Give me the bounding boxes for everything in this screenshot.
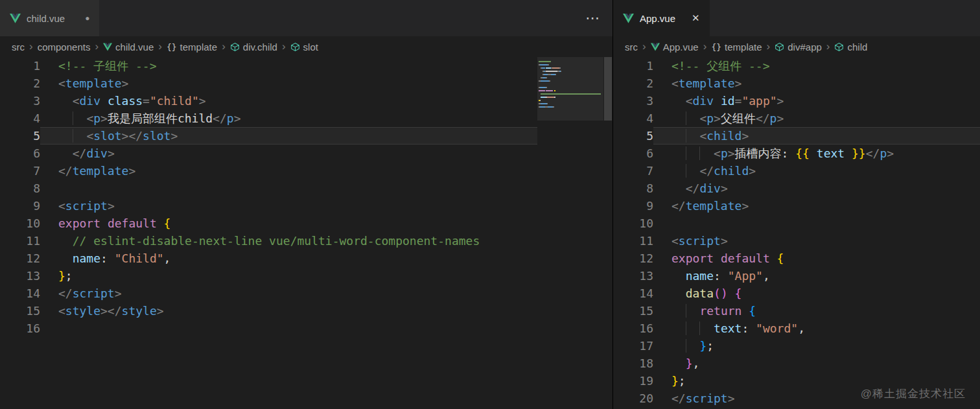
code-line[interactable]: 10 xyxy=(613,215,980,232)
editor-group-left: child.vue ● ⋯ src›components›child.vue›{… xyxy=(0,0,613,409)
code-line-content: <template> xyxy=(40,75,537,92)
code-line[interactable]: 1<!-- 子组件 --> xyxy=(0,57,537,75)
code-line[interactable]: 11 // eslint-disable-next-line vue/multi… xyxy=(0,232,537,250)
code-lines[interactable]: 1<!-- 父组件 -->2<template>3 <div id="app">… xyxy=(613,57,980,409)
element-symbol-icon xyxy=(775,42,784,52)
code-line[interactable]: 10export default { xyxy=(0,215,537,232)
scrollbar-thumb[interactable] xyxy=(604,57,612,121)
tabbar-right: App.vue ✕ xyxy=(613,0,980,36)
code-line[interactable]: 5 <child> xyxy=(613,127,980,145)
line-number: 6 xyxy=(0,145,40,162)
breadcrumb: src›components›child.vue›{}template›div.… xyxy=(0,36,612,57)
code-line[interactable]: 4 <p>父组件</p> xyxy=(613,110,980,127)
code-line-content: </template> xyxy=(653,197,980,215)
line-number: 2 xyxy=(0,75,40,92)
line-number: 12 xyxy=(0,250,40,267)
code-line[interactable]: 12export default { xyxy=(613,250,980,267)
line-number: 7 xyxy=(0,162,40,180)
tab-app-vue[interactable]: App.vue ✕ xyxy=(613,0,710,36)
watermark: @稀土掘金技术社区 xyxy=(861,386,966,401)
breadcrumb-item[interactable]: {}template xyxy=(711,41,762,53)
close-icon[interactable]: ✕ xyxy=(692,12,700,24)
line-number: 5 xyxy=(0,127,40,145)
code-line[interactable]: 7</template> xyxy=(0,162,537,180)
vue-icon xyxy=(623,14,634,23)
code-lines[interactable]: 1<!-- 子组件 -->2<template>3 <div class="ch… xyxy=(0,57,537,409)
code-line[interactable]: 6 </div> xyxy=(0,145,537,162)
code-line-content: <script> xyxy=(40,197,537,215)
line-number: 4 xyxy=(613,110,653,127)
breadcrumb-separator-icon: › xyxy=(642,41,646,52)
code-line[interactable]: 2<template> xyxy=(613,75,980,92)
code-line[interactable]: 2<template> xyxy=(0,75,537,92)
code-line[interactable]: 13}; xyxy=(0,267,537,285)
line-number: 6 xyxy=(613,145,653,162)
breadcrumb-separator-icon: › xyxy=(29,41,33,52)
breadcrumb-item[interactable]: src xyxy=(12,41,25,53)
code-line[interactable]: 4 <p>我是局部组件child</p> xyxy=(0,110,537,127)
code-line[interactable]: 5 <slot></slot> xyxy=(0,127,537,145)
code-line[interactable]: 3 <div id="app"> xyxy=(613,92,980,110)
code-line[interactable]: 18 }, xyxy=(613,355,980,372)
editor-right: 1<!-- 父组件 -->2<template>3 <div id="app">… xyxy=(613,57,980,409)
breadcrumb-separator-icon: › xyxy=(282,41,286,52)
code-line[interactable]: 8 xyxy=(0,180,537,197)
line-number: 2 xyxy=(613,75,653,92)
code-line-content: <child> xyxy=(653,127,980,145)
code-line[interactable]: 15<style></style> xyxy=(0,302,537,320)
tab-child-vue[interactable]: child.vue ● xyxy=(0,0,99,36)
breadcrumb-label: child.vue xyxy=(115,41,154,53)
code-line[interactable]: 11<script> xyxy=(613,232,980,250)
line-number: 10 xyxy=(613,215,653,232)
breadcrumb-item[interactable]: slot xyxy=(290,41,318,53)
line-number: 20 xyxy=(613,390,653,407)
braces-symbol-icon: {} xyxy=(711,42,721,52)
breadcrumb-item[interactable]: child.vue xyxy=(103,41,154,53)
editor-left: 1<!-- 子组件 -->2<template>3 <div class="ch… xyxy=(0,57,612,409)
code-line-content: <template> xyxy=(653,75,980,92)
code-line[interactable]: 17 }; xyxy=(613,337,980,355)
line-number: 10 xyxy=(0,215,40,232)
code-line[interactable]: 14 data() { xyxy=(613,285,980,302)
code-line[interactable]: 14</script> xyxy=(0,285,537,302)
code-line-content xyxy=(40,320,537,337)
breadcrumb-item[interactable]: div#app xyxy=(775,41,822,53)
breadcrumb-label: components xyxy=(38,41,91,53)
line-number: 14 xyxy=(613,285,653,302)
code-line[interactable]: 16 xyxy=(0,320,537,337)
code-line-content: export default { xyxy=(653,250,980,267)
breadcrumb-item[interactable]: components xyxy=(38,41,91,53)
code-line-content xyxy=(653,215,980,232)
minimap[interactable] xyxy=(537,57,603,409)
scrollbar[interactable] xyxy=(603,57,612,409)
tab-label: App.vue xyxy=(640,13,675,24)
editor-group-right: App.vue ✕ src›App.vue›{}template›div#app… xyxy=(613,0,980,409)
breadcrumb-item[interactable]: child xyxy=(834,41,867,53)
line-number: 15 xyxy=(0,302,40,320)
code-line-content: }; xyxy=(653,337,980,355)
breadcrumb-item[interactable]: src xyxy=(625,41,638,53)
code-line[interactable]: 7 </child> xyxy=(613,162,980,180)
code-line[interactable]: 6 <p>插槽内容: {{ text }}</p> xyxy=(613,145,980,162)
modified-dot-icon: ● xyxy=(85,14,89,23)
more-actions-button[interactable]: ⋯ xyxy=(574,11,612,25)
breadcrumb-item[interactable]: {}template xyxy=(167,41,217,53)
line-number: 1 xyxy=(613,57,653,75)
code-line[interactable]: 9<script> xyxy=(0,197,537,215)
code-line[interactable]: 15 return { xyxy=(613,302,980,320)
code-line[interactable]: 3 <div class="child"> xyxy=(0,92,537,110)
code-line[interactable]: 1<!-- 父组件 --> xyxy=(613,57,980,75)
breadcrumb-item[interactable]: App.vue xyxy=(651,41,699,53)
code-line[interactable]: 8 </div> xyxy=(613,180,980,197)
code-line[interactable]: 12 name: "Child", xyxy=(0,250,537,267)
code-line[interactable]: 16 text: "word", xyxy=(613,320,980,337)
line-number: 13 xyxy=(0,267,40,285)
code-line-content: return { xyxy=(653,302,980,320)
code-line-content: name: "Child", xyxy=(40,250,537,267)
breadcrumb-item[interactable]: div.child xyxy=(230,41,277,53)
code-line[interactable]: 13 name: "App", xyxy=(613,267,980,285)
breadcrumb-separator-icon: › xyxy=(703,41,707,52)
minimap-slider[interactable] xyxy=(537,57,603,121)
code-line[interactable]: 9</template> xyxy=(613,197,980,215)
element-symbol-icon xyxy=(290,42,300,52)
